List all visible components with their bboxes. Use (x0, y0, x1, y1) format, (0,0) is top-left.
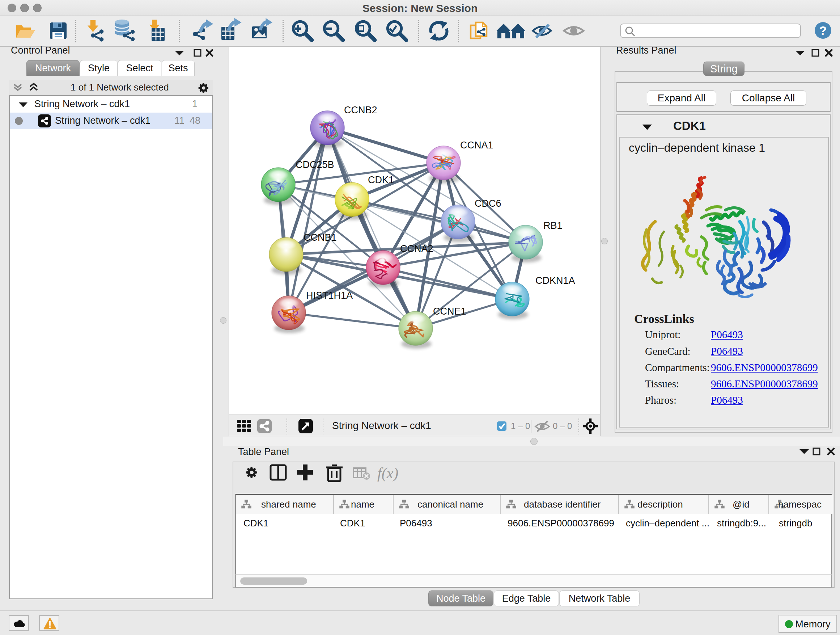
svg-text:CCNA1: CCNA1 (460, 140, 493, 150)
svg-text:RB1: RB1 (543, 220, 562, 231)
svg-text:CDC6: CDC6 (475, 198, 501, 209)
svg-text:f(x): f(x) (377, 465, 398, 482)
svg-text:CCNA2: CCNA2 (400, 243, 433, 254)
svg-text:CCNB2: CCNB2 (344, 105, 377, 116)
svg-text:CCNB1: CCNB1 (303, 232, 337, 243)
svg-text:CDKN1A: CDKN1A (535, 275, 575, 286)
svg-text:CDC25B: CDC25B (295, 159, 334, 170)
svg-text:1 – 0: 1 – 0 (511, 421, 530, 431)
svg-text:CCNE1: CCNE1 (433, 306, 466, 317)
svg-text:HIST1H1A: HIST1H1A (306, 290, 353, 301)
svg-text:0 – 0: 0 – 0 (553, 421, 572, 431)
svg-text:CDK1: CDK1 (368, 174, 394, 185)
